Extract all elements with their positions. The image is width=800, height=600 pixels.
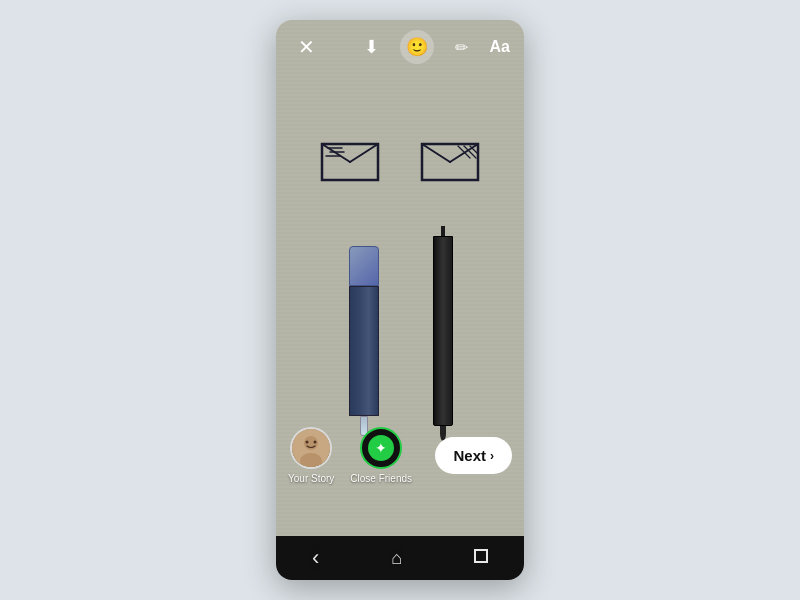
blue-pen-body: [349, 286, 379, 416]
text-button-label: Aa: [490, 38, 510, 55]
black-marker-body: [433, 236, 453, 426]
black-marker: [432, 226, 454, 446]
blue-pen: [346, 246, 382, 446]
download-button[interactable]: ⬇: [356, 31, 388, 63]
close-friends-option[interactable]: ✦ Close Friends: [350, 427, 412, 484]
blue-pen-cap: [349, 246, 379, 286]
user-avatar-face: [292, 429, 330, 467]
pens-area: [276, 226, 524, 446]
story-canvas: ✕ ⬇ 🙂 ✏ Aa: [276, 20, 524, 536]
home-icon: ⌂: [391, 548, 402, 568]
share-bar: Your Story ✦ Close Friends Next ›: [276, 419, 524, 492]
your-story-option[interactable]: Your Story: [288, 427, 334, 484]
your-story-avatar: [290, 427, 332, 469]
emoji-button[interactable]: 🙂: [400, 30, 434, 64]
next-button[interactable]: Next ›: [435, 437, 512, 474]
story-toolbar: ✕ ⬇ 🙂 ✏ Aa: [276, 20, 524, 74]
next-chevron-icon: ›: [490, 449, 494, 463]
android-nav-bar: ‹ ⌂: [276, 536, 524, 580]
share-options: Your Story ✦ Close Friends: [288, 427, 412, 484]
close-icon: ✕: [298, 35, 315, 59]
download-icon: ⬇: [364, 36, 379, 58]
text-button[interactable]: Aa: [490, 38, 510, 56]
brush-button[interactable]: ✏: [446, 31, 478, 63]
star-icon: ✦: [375, 440, 387, 456]
brush-icon: ✏: [455, 38, 468, 57]
phone-frame: ✕ ⬇ 🙂 ✏ Aa: [276, 20, 524, 580]
recents-button[interactable]: [474, 549, 488, 567]
emoji-icon: 🙂: [406, 36, 428, 58]
toolbar-right: ⬇ 🙂 ✏ Aa: [356, 30, 510, 64]
recents-icon: [474, 549, 488, 563]
next-label: Next: [453, 447, 486, 464]
close-friends-icon: ✦: [368, 435, 394, 461]
envelope-right: [420, 140, 480, 182]
svg-line-7: [422, 144, 450, 162]
home-button[interactable]: ⌂: [391, 548, 402, 569]
close-friends-label: Close Friends: [350, 473, 412, 484]
black-marker-top: [441, 226, 445, 236]
close-friends-avatar: ✦: [360, 427, 402, 469]
envelope-drawings: [276, 140, 524, 182]
svg-point-15: [306, 441, 309, 444]
svg-line-1: [322, 144, 350, 162]
svg-point-16: [314, 441, 317, 444]
your-story-label: Your Story: [288, 473, 334, 484]
svg-line-2: [350, 144, 378, 162]
close-button[interactable]: ✕: [290, 31, 322, 63]
envelope-left: [320, 140, 380, 182]
back-icon: ‹: [312, 545, 319, 570]
back-button[interactable]: ‹: [312, 545, 319, 571]
